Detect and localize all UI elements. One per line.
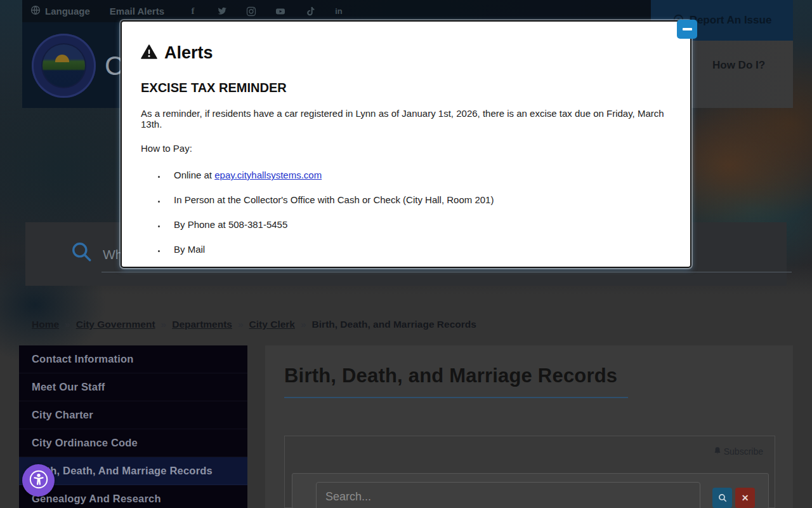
lynn-city-seal-logo[interactable] bbox=[32, 34, 96, 98]
sidebar-item-city-ordinance-code[interactable]: City Ordinance Code bbox=[19, 429, 247, 457]
accessibility-widget-button[interactable] bbox=[22, 464, 55, 497]
sidebar-item-genealogy-and-research[interactable]: Genealogy And Research bbox=[19, 485, 247, 508]
minus-icon bbox=[683, 28, 692, 30]
page-title: Birth, Death, and Marriage Records bbox=[284, 364, 617, 387]
alert-heading: EXCISE TAX REMINDER bbox=[141, 81, 671, 95]
social-icons-row: f in bbox=[187, 6, 344, 17]
subscribe-label: Subscribe bbox=[724, 446, 763, 457]
globe-icon bbox=[30, 5, 41, 17]
breadcrumb-separator: » bbox=[65, 319, 70, 330]
list-item-in-person: In Person at the Collector's Office with… bbox=[166, 194, 671, 205]
language-menu[interactable]: Language bbox=[30, 5, 90, 17]
alert-body-text: As a reminder, if residents have a car r… bbox=[141, 108, 671, 130]
tiktok-icon[interactable] bbox=[304, 6, 315, 17]
facebook-icon[interactable]: f bbox=[187, 6, 199, 17]
breadcrumb-current-page: Birth, Death, and Marriage Records bbox=[312, 319, 476, 330]
subscribe-link[interactable]: Subscribe bbox=[714, 446, 763, 457]
sidebar-item-city-charter[interactable]: City Charter bbox=[19, 401, 247, 429]
widget-search-input[interactable] bbox=[316, 482, 700, 508]
seal-sun-graphic bbox=[55, 55, 69, 62]
alerts-modal-title: Alerts bbox=[164, 43, 213, 63]
search-icon[interactable] bbox=[71, 241, 93, 265]
sidebar-item-contact-information[interactable]: Contact Information bbox=[19, 345, 247, 373]
youtube-icon[interactable] bbox=[275, 6, 286, 17]
breadcrumb-city-government[interactable]: City Government bbox=[76, 319, 155, 330]
minimize-alert-button[interactable] bbox=[677, 20, 697, 39]
breadcrumb-departments[interactable]: Departments bbox=[172, 319, 232, 330]
linkedin-icon[interactable]: in bbox=[333, 6, 344, 17]
email-alerts-label: Email Alerts bbox=[110, 6, 164, 17]
warning-icon bbox=[141, 44, 157, 62]
nav-how-do-i[interactable]: How Do I? bbox=[712, 59, 765, 72]
main-content-panel: Birth, Death, and Marriage Records Subsc… bbox=[265, 345, 793, 508]
breadcrumb: Home » City Government » Departments » C… bbox=[32, 319, 476, 330]
report-issue-label: Report An Issue bbox=[690, 14, 772, 27]
instagram-icon[interactable] bbox=[246, 6, 257, 17]
list-item-online: Online at epay.cityhallsystems.com bbox=[166, 170, 671, 180]
email-alerts-link[interactable]: Email Alerts bbox=[110, 6, 164, 17]
payment-options-list: Online at epay.cityhallsystems.com In Pe… bbox=[141, 170, 671, 255]
list-item-by-phone: By Phone at 508-381-5455 bbox=[166, 219, 671, 230]
widget-search-bar: ✕ bbox=[292, 473, 769, 508]
epay-link[interactable]: epay.cityhallsystems.com bbox=[214, 170, 322, 180]
twitter-icon[interactable] bbox=[216, 6, 228, 17]
breadcrumb-separator: » bbox=[161, 319, 167, 330]
widget-search-button[interactable] bbox=[712, 488, 732, 508]
sidebar-item-meet-our-staff[interactable]: Meet Our Staff bbox=[19, 373, 247, 401]
alerts-modal-header: Alerts bbox=[141, 43, 671, 63]
breadcrumb-home[interactable]: Home bbox=[32, 319, 59, 330]
breadcrumb-city-clerk[interactable]: City Clerk bbox=[249, 319, 295, 330]
list-item-by-mail: By Mail bbox=[166, 244, 671, 255]
breadcrumb-separator: » bbox=[238, 319, 244, 330]
language-label: Language bbox=[45, 6, 90, 17]
accessibility-icon bbox=[29, 469, 49, 491]
widget-clear-button[interactable]: ✕ bbox=[735, 488, 755, 508]
alerts-modal: Alerts EXCISE TAX REMINDER As a reminder… bbox=[121, 20, 691, 268]
page: Language Email Alerts f in bbox=[0, 0, 812, 508]
breadcrumb-separator: » bbox=[301, 319, 306, 330]
title-underline bbox=[284, 397, 628, 398]
bell-icon bbox=[714, 446, 721, 457]
records-search-widget: Subscribe ✕ bbox=[284, 436, 775, 508]
alert-how-to-pay: How to Pay: bbox=[141, 143, 671, 154]
